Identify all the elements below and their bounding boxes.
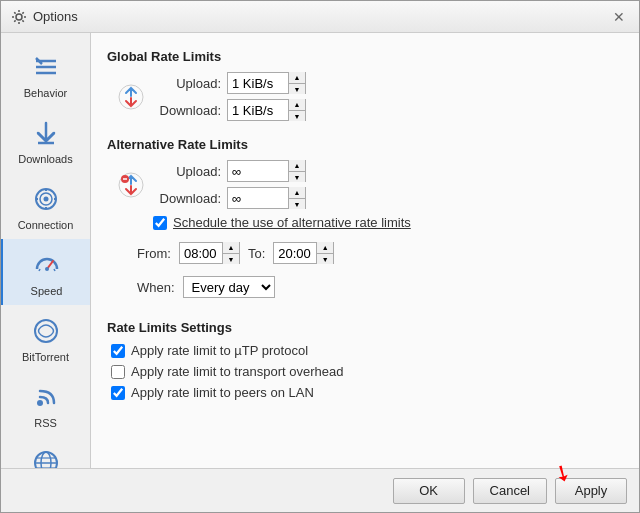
close-button[interactable]: ✕ [609, 7, 629, 27]
svg-line-15 [39, 269, 40, 271]
rate-limits-settings-title: Rate Limits Settings [107, 320, 623, 335]
global-rate-limits-title: Global Rate Limits [107, 49, 623, 64]
global-upload-spin-buttons: ▲ ▼ [288, 72, 305, 94]
sidebar-item-bittorrent-label: BitTorrent [22, 351, 69, 363]
global-upload-row: Upload: ▲ ▼ [153, 72, 306, 94]
global-upload-input[interactable] [228, 73, 288, 93]
svg-point-8 [43, 197, 48, 202]
sidebar-item-downloads[interactable]: Downloads [1, 107, 90, 173]
window-title: Options [33, 9, 78, 24]
schedule-checkbox-row: Schedule the use of alternative rate lim… [153, 215, 623, 230]
sidebar-item-speed-label: Speed [31, 285, 63, 297]
alt-upload-download-icon [117, 171, 145, 199]
sidebar: Behavior Downloads [1, 33, 91, 468]
global-download-up-btn[interactable]: ▲ [289, 99, 305, 110]
sidebar-item-connection[interactable]: Connection [1, 173, 90, 239]
utp-checkbox[interactable] [111, 344, 125, 358]
alt-download-input[interactable] [228, 188, 288, 208]
to-up-btn[interactable]: ▲ [317, 242, 333, 253]
alt-download-label: Download: [153, 191, 221, 206]
alt-rate-fields: Upload: ▲ ▼ Download: [153, 160, 306, 209]
when-row: When: Every day Weekdays Weekends [137, 276, 623, 298]
global-upload-up-btn[interactable]: ▲ [289, 72, 305, 83]
from-down-btn[interactable]: ▼ [223, 253, 239, 264]
from-input[interactable] [180, 243, 222, 263]
sidebar-item-behavior-label: Behavior [24, 87, 67, 99]
transport-checkbox[interactable] [111, 365, 125, 379]
rss-icon [28, 379, 64, 415]
ok-button[interactable]: OK [393, 478, 465, 504]
connection-icon [28, 181, 64, 217]
svg-point-14 [45, 267, 49, 271]
sidebar-item-rss[interactable]: RSS [1, 371, 90, 437]
utp-checkbox-row: Apply rate limit to µTP protocol [111, 343, 623, 358]
sidebar-item-behavior[interactable]: Behavior [1, 41, 90, 107]
svg-point-19 [35, 452, 57, 468]
transport-checkbox-label: Apply rate limit to transport overhead [131, 364, 343, 379]
alt-rate-form: Upload: ▲ ▼ Download: [117, 160, 623, 304]
from-spin-buttons: ▲ ▼ [222, 242, 239, 264]
alt-download-down-btn[interactable]: ▼ [289, 198, 305, 209]
webui-icon [28, 445, 64, 468]
global-download-input[interactable] [228, 100, 288, 120]
alt-upload-spinbox[interactable]: ▲ ▼ [227, 160, 306, 182]
lan-checkbox[interactable] [111, 386, 125, 400]
svg-point-18 [37, 400, 43, 406]
to-label: To: [248, 246, 265, 261]
to-input[interactable] [274, 243, 316, 263]
to-down-btn[interactable]: ▼ [317, 253, 333, 264]
lan-checkbox-label: Apply rate limit to peers on LAN [131, 385, 314, 400]
main-content: Behavior Downloads [1, 33, 639, 468]
schedule-checkbox[interactable] [153, 216, 167, 230]
svg-point-0 [16, 14, 22, 20]
sidebar-item-rss-label: RSS [34, 417, 57, 429]
alt-upload-input[interactable] [228, 161, 288, 181]
global-download-row: Download: ▲ ▼ [153, 99, 306, 121]
title-bar: Options ✕ [1, 1, 639, 33]
global-upload-label: Upload: [153, 76, 221, 91]
global-upload-spinbox[interactable]: ▲ ▼ [227, 72, 306, 94]
sidebar-item-webui[interactable]: Web UI [1, 437, 90, 468]
options-icon [11, 9, 27, 25]
global-rate-limits-section: Global Rate Limits [107, 49, 623, 121]
alt-download-spinbox[interactable]: ▲ ▼ [227, 187, 306, 209]
global-download-label: Download: [153, 103, 221, 118]
alt-download-row: Download: ▲ ▼ [153, 187, 306, 209]
bottom-bar: ➘ OK Cancel Apply [1, 468, 639, 512]
from-spinbox[interactable]: ▲ ▼ [179, 242, 240, 264]
alt-upload-up-btn[interactable]: ▲ [289, 160, 305, 171]
global-download-spin-buttons: ▲ ▼ [288, 99, 305, 121]
global-rate-fields: Upload: ▲ ▼ Download: [153, 72, 306, 121]
from-to-row: From: ▲ ▼ To: ▲ [137, 242, 623, 264]
content-panel: Global Rate Limits [91, 33, 639, 468]
sidebar-item-connection-label: Connection [18, 219, 74, 231]
utp-checkbox-label: Apply rate limit to µTP protocol [131, 343, 308, 358]
bittorrent-icon [28, 313, 64, 349]
when-select[interactable]: Every day Weekdays Weekends [183, 276, 275, 298]
downloads-icon [28, 115, 64, 151]
global-download-spinbox[interactable]: ▲ ▼ [227, 99, 306, 121]
apply-button[interactable]: Apply [555, 478, 627, 504]
global-rate-row: Upload: ▲ ▼ Download: [117, 72, 623, 121]
rate-limits-checkboxes: Apply rate limit to µTP protocol Apply r… [111, 343, 623, 400]
from-label: From: [137, 246, 171, 261]
global-download-down-btn[interactable]: ▼ [289, 110, 305, 121]
sidebar-item-speed[interactable]: Speed [1, 239, 90, 305]
from-up-btn[interactable]: ▲ [223, 242, 239, 253]
lan-checkbox-row: Apply rate limit to peers on LAN [111, 385, 623, 400]
alt-upload-row: Upload: ▲ ▼ [153, 160, 306, 182]
svg-line-16 [54, 269, 55, 271]
svg-point-20 [41, 452, 51, 468]
alt-upload-down-btn[interactable]: ▼ [289, 171, 305, 182]
sidebar-item-bittorrent[interactable]: BitTorrent [1, 305, 90, 371]
alt-rate-limits-title: Alternative Rate Limits [107, 137, 623, 152]
options-window: Options ✕ Behavior [0, 0, 640, 513]
to-spinbox[interactable]: ▲ ▼ [273, 242, 334, 264]
alt-download-up-btn[interactable]: ▲ [289, 187, 305, 198]
cancel-button[interactable]: Cancel [473, 478, 547, 504]
alt-upload-spin-buttons: ▲ ▼ [288, 160, 305, 182]
global-upload-down-btn[interactable]: ▼ [289, 83, 305, 94]
upload-download-icon [117, 83, 145, 111]
behavior-icon [28, 49, 64, 85]
alt-upload-label: Upload: [153, 164, 221, 179]
